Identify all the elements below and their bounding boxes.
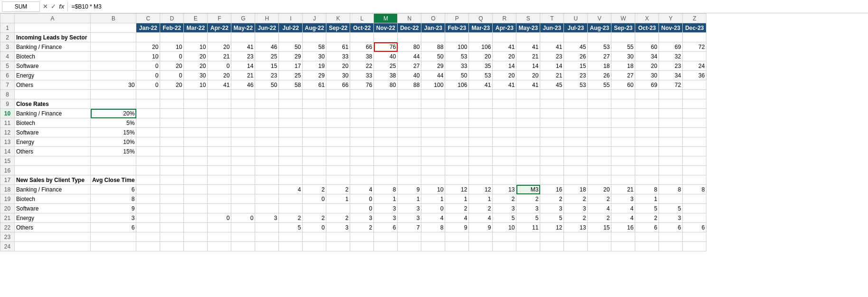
cell-Q13[interactable]	[469, 137, 493, 147]
cell-Z8[interactable]	[683, 90, 706, 99]
cell-V24[interactable]	[588, 242, 611, 251]
cell-F11[interactable]	[208, 118, 231, 128]
cell-I18[interactable]: 4	[279, 185, 303, 194]
col-Q[interactable]: Q	[469, 14, 493, 23]
cell-W6[interactable]: 27	[611, 71, 635, 80]
cell-H10[interactable]	[255, 109, 279, 118]
cell-J4[interactable]: 30	[303, 52, 326, 61]
cell-D15[interactable]	[160, 156, 184, 166]
cell-K16[interactable]	[326, 166, 350, 175]
cell-D4[interactable]: 0	[160, 52, 184, 61]
cell-Z9[interactable]	[683, 99, 706, 109]
cell-W12[interactable]	[611, 128, 635, 137]
cell-Z16[interactable]	[683, 166, 706, 175]
cell-X6[interactable]: 30	[635, 71, 659, 80]
cell-T7[interactable]: 45	[540, 80, 564, 90]
col-K[interactable]: K	[326, 14, 350, 23]
cell-X16[interactable]	[635, 166, 659, 175]
cell-J10[interactable]	[303, 109, 326, 118]
cell-K9[interactable]	[326, 99, 350, 109]
cell-B6[interactable]	[91, 71, 136, 80]
cell-Y21[interactable]: 3	[659, 213, 683, 223]
cell-S20[interactable]: 3	[516, 204, 540, 213]
cell-Y3[interactable]: 69	[659, 42, 683, 52]
cell-R1[interactable]: Apr-23	[493, 23, 516, 33]
cell-W4[interactable]: 30	[611, 52, 635, 61]
cell-N5[interactable]: 27	[398, 61, 421, 71]
cell-U14[interactable]	[564, 147, 588, 156]
col-Y[interactable]: Y	[659, 14, 683, 23]
cell-X20[interactable]: 5	[635, 204, 659, 213]
cell-C20[interactable]	[136, 204, 160, 213]
cell-K23[interactable]	[326, 232, 350, 242]
cell-F21[interactable]: 0	[208, 213, 231, 223]
cell-X8[interactable]	[635, 90, 659, 99]
cell-L10[interactable]	[350, 109, 374, 118]
cell-W24[interactable]	[611, 242, 635, 251]
cell-R19[interactable]: 2	[493, 194, 516, 204]
cell-T12[interactable]	[540, 128, 564, 137]
cell-K19[interactable]: 1	[326, 194, 350, 204]
cell-Q11[interactable]	[469, 118, 493, 128]
cell-P1[interactable]: Feb-23	[445, 23, 469, 33]
cell-R24[interactable]	[493, 242, 516, 251]
cell-G19[interactable]	[231, 194, 255, 204]
cell-B7[interactable]: 30	[91, 80, 136, 90]
cell-J20[interactable]	[303, 204, 326, 213]
cell-F1[interactable]: Apr-22	[208, 23, 231, 33]
cell-B14[interactable]: 15%	[91, 147, 136, 156]
cell-F20[interactable]	[208, 204, 231, 213]
cell-Q20[interactable]: 2	[469, 204, 493, 213]
cell-F12[interactable]	[208, 128, 231, 137]
cell-G3[interactable]: 41	[231, 42, 255, 52]
cell-P22[interactable]: 9	[445, 223, 469, 232]
cell-A14[interactable]: Others	[15, 147, 91, 156]
cell-B21[interactable]: 3	[91, 213, 136, 223]
cell-L11[interactable]	[350, 118, 374, 128]
cell-C10[interactable]	[136, 109, 160, 118]
cell-V7[interactable]: 55	[588, 80, 611, 90]
cell-G9[interactable]	[231, 99, 255, 109]
cell-M11[interactable]	[374, 118, 398, 128]
cell-F10[interactable]	[208, 109, 231, 118]
cell-N14[interactable]	[398, 147, 421, 156]
col-N[interactable]: N	[398, 14, 421, 23]
cell-O7[interactable]: 100	[421, 80, 445, 90]
cell-H23[interactable]	[255, 232, 279, 242]
cell-H22[interactable]	[255, 223, 279, 232]
cell-B10[interactable]: 20%	[91, 109, 136, 118]
cell-X3[interactable]: 60	[635, 42, 659, 52]
col-W[interactable]: W	[611, 14, 635, 23]
cell-B4[interactable]	[91, 52, 136, 61]
cell-M8[interactable]	[374, 90, 398, 99]
cell-Y6[interactable]: 34	[659, 71, 683, 80]
cell-A20[interactable]: Software	[15, 204, 91, 213]
cell-Q1[interactable]: Mar-23	[469, 23, 493, 33]
cell-J2[interactable]	[303, 33, 326, 42]
cell-V13[interactable]	[588, 137, 611, 147]
cell-G11[interactable]	[231, 118, 255, 128]
cell-J5[interactable]: 19	[303, 61, 326, 71]
cell-L4[interactable]: 38	[350, 52, 374, 61]
cell-J12[interactable]	[303, 128, 326, 137]
cell-W16[interactable]	[611, 166, 635, 175]
cell-Q22[interactable]: 9	[469, 223, 493, 232]
cell-G10[interactable]	[231, 109, 255, 118]
cell-P3[interactable]: 100	[445, 42, 469, 52]
cell-E11[interactable]	[184, 118, 208, 128]
cell-Q7[interactable]: 41	[469, 80, 493, 90]
cell-J7[interactable]: 61	[303, 80, 326, 90]
cell-N10[interactable]	[398, 109, 421, 118]
cell-T6[interactable]: 21	[540, 71, 564, 80]
cell-I22[interactable]: 5	[279, 223, 303, 232]
cell-U20[interactable]: 3	[564, 204, 588, 213]
cell-I5[interactable]: 17	[279, 61, 303, 71]
cell-P18[interactable]: 12	[445, 185, 469, 194]
cell-C4[interactable]: 10	[136, 52, 160, 61]
cell-Y5[interactable]: 23	[659, 61, 683, 71]
cell-K20[interactable]	[326, 204, 350, 213]
cell-O9[interactable]	[421, 99, 445, 109]
cell-L2[interactable]	[350, 33, 374, 42]
cell-P21[interactable]: 4	[445, 213, 469, 223]
cell-M1[interactable]: Nov-22	[374, 23, 398, 33]
